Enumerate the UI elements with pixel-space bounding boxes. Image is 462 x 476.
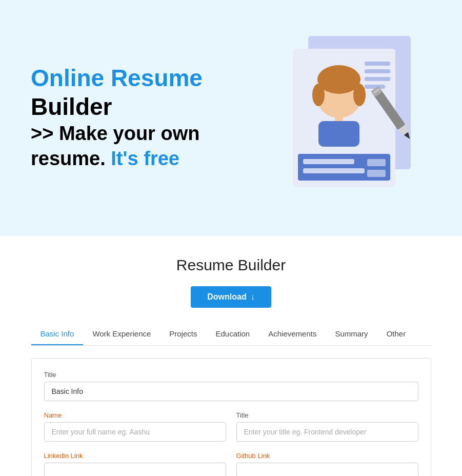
svg-rect-13: [303, 159, 354, 164]
svg-rect-10: [365, 77, 390, 81]
svg-rect-16: [367, 170, 386, 177]
title-label: Title: [44, 371, 418, 379]
tab-achievements[interactable]: Achievements: [259, 323, 326, 345]
svg-rect-7: [318, 121, 359, 147]
tab-basic-info[interactable]: Basic Info: [31, 323, 84, 345]
svg-rect-9: [365, 69, 390, 73]
title-input[interactable]: [44, 382, 418, 401]
svg-rect-15: [367, 159, 386, 166]
hero-section: Online Resume Builder >> Make your own r…: [0, 0, 462, 236]
tab-other[interactable]: Other: [377, 323, 415, 345]
github-label: Github Link: [236, 452, 418, 460]
linkedin-label: Linkedin Link: [44, 452, 226, 460]
tab-summary[interactable]: Summary: [326, 323, 377, 345]
download-wrapper: Download ↓: [31, 286, 431, 308]
form-section: Title Name Title Linkedin Link: [31, 358, 431, 476]
hero-line1: Online Resume: [31, 65, 203, 91]
name-input[interactable]: [44, 422, 226, 442]
job-title-label: Title: [236, 411, 418, 419]
job-title-field-group: Title: [236, 411, 418, 442]
svg-rect-6: [335, 113, 343, 122]
hero-illustration: [257, 21, 431, 215]
name-title-row: Name Title: [44, 411, 418, 452]
resume-illustration-svg: [257, 21, 431, 215]
hero-text: Online Resume Builder >> Make your own r…: [31, 64, 203, 171]
tab-projects[interactable]: Projects: [160, 323, 206, 345]
github-label-text: Github Link: [236, 452, 270, 460]
links-row: Linkedin Link Github Link: [44, 452, 418, 476]
download-button[interactable]: Download ↓: [191, 286, 271, 308]
hero-subline: >> Make your own resume. It's free: [31, 121, 203, 172]
linkedin-label-text: Linkedin Link: [44, 452, 83, 460]
main-content: Resume Builder Download ↓ Basic Info Wor…: [21, 236, 441, 476]
tab-work-experience[interactable]: Work Experience: [83, 323, 160, 345]
job-title-input[interactable]: [236, 422, 418, 442]
hero-line4-blue: It's free: [111, 148, 179, 169]
github-field-group: Github Link: [236, 452, 418, 476]
svg-rect-14: [303, 168, 365, 173]
download-icon: ↓: [251, 292, 255, 302]
hero-headline: Online Resume Builder: [31, 64, 203, 121]
svg-point-3: [317, 65, 360, 94]
tab-bar: Basic Info Work Experience Projects Educ…: [31, 323, 431, 346]
title-field-group: Title: [44, 371, 418, 401]
name-label: Name: [44, 411, 226, 419]
name-field-group: Name: [44, 411, 226, 442]
hero-line2: Builder: [31, 93, 112, 120]
hero-line3: >> Make your own: [31, 123, 199, 144]
linkedin-field-group: Linkedin Link: [44, 452, 226, 476]
svg-point-5: [353, 84, 366, 106]
svg-rect-11: [365, 85, 385, 89]
linkedin-input[interactable]: [44, 463, 226, 476]
hero-line4-plain: resume.: [31, 148, 106, 169]
download-label: Download: [207, 292, 246, 302]
name-label-text: Name: [44, 411, 62, 419]
page-title: Resume Builder: [31, 256, 431, 274]
svg-rect-8: [365, 62, 390, 66]
tab-education[interactable]: Education: [207, 323, 259, 345]
svg-point-4: [312, 84, 325, 106]
github-input[interactable]: [236, 463, 418, 476]
